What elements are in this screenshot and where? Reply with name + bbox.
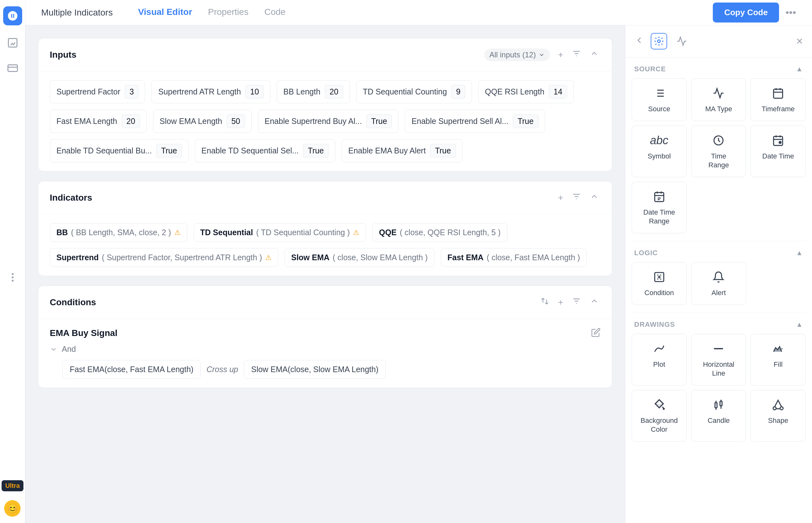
widget-background-color[interactable]: BackgroundColor bbox=[632, 390, 687, 441]
source-icon bbox=[653, 86, 665, 101]
source-label: Source bbox=[648, 105, 670, 114]
conditions-body: EMA Buy Signal And Fast EMA(close, Fast … bbox=[38, 319, 612, 387]
input-td-sequential[interactable]: TD Sequential Counting 9 bbox=[356, 80, 472, 103]
input-supertrend-atr[interactable]: Supertrend ATR Length 10 bbox=[151, 80, 270, 103]
indicators-actions: + bbox=[556, 190, 601, 205]
widget-timeframe[interactable]: Timeframe bbox=[751, 78, 806, 121]
widget-date-time-range[interactable]: Date TimeRange bbox=[632, 182, 687, 233]
indicators-section-header: Indicators + bbox=[38, 181, 612, 214]
more-options-button[interactable]: ••• bbox=[786, 7, 796, 18]
input-enable-td-buy[interactable]: Enable TD Sequential Bu... True bbox=[50, 139, 188, 162]
date-time-range-icon bbox=[653, 189, 665, 204]
inputs-badge[interactable]: All inputs (12) bbox=[484, 49, 550, 61]
logic-section-title: LOGIC ▲ bbox=[632, 249, 806, 257]
widget-fill[interactable]: Fill bbox=[751, 334, 806, 385]
condition-right[interactable]: Slow EMA(close, Slow EMA Length) bbox=[244, 360, 386, 379]
source-section-title: SOURCE ▲ bbox=[632, 65, 806, 73]
sidebar-item-chart[interactable] bbox=[5, 35, 21, 51]
tab-code[interactable]: Code bbox=[264, 0, 286, 27]
indicator-slow-ema[interactable]: Slow EMA ( close, Slow EMA Length ) bbox=[285, 248, 434, 267]
indicators-collapse-btn[interactable] bbox=[588, 190, 601, 205]
plot-icon bbox=[653, 341, 665, 356]
ma-type-icon bbox=[712, 86, 724, 101]
sidebar-more-dots[interactable] bbox=[7, 272, 18, 285]
indicators-title: Indicators bbox=[50, 193, 550, 203]
time-range-label: TimeRange bbox=[708, 152, 729, 170]
svg-rect-1 bbox=[8, 65, 17, 72]
indicator-td-sequential[interactable]: TD Sequential ( TD Sequential Counting )… bbox=[194, 223, 366, 242]
sidebar: Ultra 😊 bbox=[0, 0, 25, 523]
widget-candle[interactable]: Candle bbox=[691, 390, 746, 441]
tab-properties[interactable]: Properties bbox=[208, 0, 249, 27]
horizontal-line-icon bbox=[712, 341, 724, 356]
widget-symbol[interactable]: abc Symbol bbox=[632, 126, 687, 177]
page-title: Multiple Indicators bbox=[41, 7, 113, 18]
conditions-section: Conditions + bbox=[38, 286, 612, 388]
widget-time-range[interactable]: TimeRange bbox=[691, 126, 746, 177]
indicator-qqe[interactable]: QQE ( close, QQE RSI Length, 5 ) bbox=[373, 223, 507, 242]
right-panel: ✕ SOURCE ▲ bbox=[625, 25, 812, 523]
widget-horizontal-line[interactable]: HorizontalLine bbox=[691, 334, 746, 385]
copy-code-button[interactable]: Copy Code bbox=[713, 2, 779, 22]
right-panel-header: ✕ bbox=[625, 25, 812, 57]
candle-icon bbox=[712, 397, 724, 412]
fill-label: Fill bbox=[774, 360, 782, 369]
panel-tab-grid[interactable] bbox=[651, 33, 667, 50]
svg-point-37 bbox=[773, 407, 776, 410]
alert-icon bbox=[712, 269, 724, 285]
condition-icon bbox=[653, 269, 665, 285]
input-qqe-rsi[interactable]: QQE RSI Length 14 bbox=[478, 80, 574, 103]
indicator-bb[interactable]: BB ( BB Length, SMA, close, 2 ) ⚠ bbox=[50, 223, 187, 242]
panel-tab-chart[interactable] bbox=[673, 33, 690, 50]
input-enable-td-sell[interactable]: Enable TD Sequential Sel... True bbox=[195, 139, 335, 162]
shape-label: Shape bbox=[768, 416, 788, 426]
app-logo[interactable] bbox=[3, 6, 22, 25]
condition-edit-button[interactable] bbox=[591, 328, 601, 338]
tab-visual-editor[interactable]: Visual Editor bbox=[138, 0, 192, 27]
input-supertrend-factor[interactable]: Supertrend Factor 3 bbox=[50, 80, 145, 103]
svg-rect-12 bbox=[774, 89, 783, 98]
indicators-section: Indicators + BB ( BB Length, SM bbox=[38, 181, 612, 276]
indicator-supertrend[interactable]: Supertrend ( Supertrend Factor, Supertre… bbox=[50, 248, 278, 267]
panel-collapse-button[interactable] bbox=[634, 35, 644, 48]
widget-section-drawings: DRAWINGS ▲ Plot bbox=[632, 313, 806, 449]
widget-date-time[interactable]: Date Time bbox=[751, 126, 806, 177]
inputs-collapse-btn[interactable] bbox=[588, 47, 601, 62]
input-fast-ema[interactable]: Fast EMA Length 20 bbox=[50, 110, 147, 133]
indicators-add-btn[interactable]: + bbox=[556, 191, 565, 205]
conditions-add-btn[interactable]: + bbox=[556, 295, 565, 309]
widget-condition[interactable]: Condition bbox=[632, 262, 687, 305]
inputs-sort-btn[interactable] bbox=[570, 47, 583, 62]
widget-plot[interactable]: Plot bbox=[632, 334, 687, 385]
input-bb-length[interactable]: BB Length 20 bbox=[277, 80, 350, 103]
condition-group-ema-buy: EMA Buy Signal And Fast EMA(close, Fast … bbox=[38, 319, 612, 387]
widget-alert[interactable]: Alert bbox=[691, 262, 746, 305]
inputs-add-btn[interactable]: + bbox=[556, 48, 565, 62]
widget-ma-type[interactable]: MA Type bbox=[691, 78, 746, 121]
background-color-icon bbox=[653, 397, 665, 412]
conditions-collapse-btn[interactable] bbox=[588, 295, 601, 310]
svg-point-2 bbox=[12, 273, 14, 275]
avatar: 😊 bbox=[4, 500, 21, 517]
inputs-section: Inputs All inputs (12) + bbox=[38, 38, 612, 172]
input-slow-ema[interactable]: Slow EMA Length 50 bbox=[153, 110, 252, 133]
indicator-fast-ema[interactable]: Fast EMA ( close, Fast EMA Length ) bbox=[441, 248, 587, 267]
conditions-toggle-btn[interactable] bbox=[539, 295, 551, 310]
input-enable-supertrend-sell[interactable]: Enable Supertrend Sell Al... True bbox=[405, 110, 545, 133]
inputs-title: Inputs bbox=[50, 50, 478, 60]
ultra-badge: Ultra bbox=[2, 480, 24, 491]
alert-label: Alert bbox=[711, 288, 726, 297]
drawings-widget-grid: Plot HorizontalLine bbox=[632, 334, 806, 441]
indicators-sort-btn[interactable] bbox=[570, 190, 583, 205]
panel-close-button[interactable]: ✕ bbox=[796, 36, 803, 47]
condition-left[interactable]: Fast EMA(close, Fast EMA Length) bbox=[62, 360, 201, 379]
input-enable-ema-buy[interactable]: Enable EMA Buy Alert True bbox=[342, 139, 463, 162]
header-tabs: Visual Editor Properties Code bbox=[138, 0, 700, 27]
source-widget-grid: Source MA Type bbox=[632, 78, 806, 233]
widget-source[interactable]: Source bbox=[632, 78, 687, 121]
widget-shape[interactable]: Shape bbox=[751, 390, 806, 441]
input-enable-supertrend-buy[interactable]: Enable Supertrend Buy Al... True bbox=[258, 110, 399, 133]
sidebar-item-card[interactable] bbox=[5, 60, 21, 76]
conditions-sort-btn[interactable] bbox=[570, 295, 583, 310]
ma-type-label: MA Type bbox=[705, 105, 732, 114]
